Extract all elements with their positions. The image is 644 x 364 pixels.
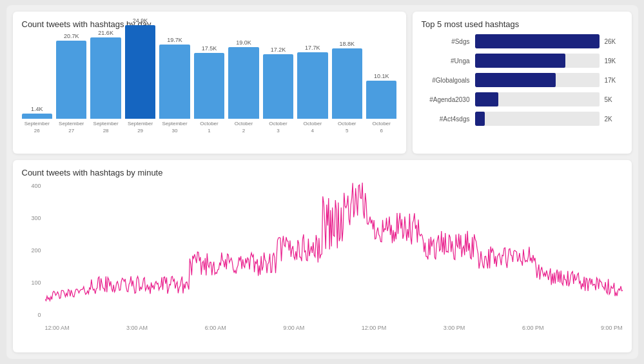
hashtag-bar-track (475, 54, 600, 68)
x-axis-label: 9:00 PM (601, 325, 623, 331)
bar (332, 48, 362, 119)
bar-chart: 1.4KSeptember 2620.7KSeptember 2721.6KSe… (22, 34, 397, 134)
bar-value-label: 18.8K (340, 41, 355, 47)
bar-col: 19.7KSeptember 30 (159, 37, 190, 134)
hashtag-label: #Act4sdgs (422, 116, 470, 123)
hashtag-bar-row: #Agenda20305K (422, 92, 623, 106)
x-axis-label: 3:00 PM (444, 325, 465, 331)
hashtag-bar-track (475, 34, 600, 48)
bar-col: 1.4KSeptember 26 (22, 106, 52, 134)
hashtag-bar-list: #Sdgs26K#Unga19K#Globalgoals17K#Agenda20… (422, 34, 623, 126)
hashtag-bar-fill (475, 112, 485, 126)
bar-date-label: October 1 (200, 121, 218, 134)
hashtag-bar-track (475, 112, 600, 126)
y-axis-label: 100 (22, 279, 41, 286)
hashtag-chart-title: Top 5 most used hashtags (422, 19, 623, 29)
bar-value-label: 17.7K (305, 45, 320, 51)
bar-value-label: 19.0K (236, 39, 251, 46)
bar-date-label: September 26 (24, 121, 50, 134)
bar-value-label: 19.7K (167, 37, 182, 43)
y-axis-label: 300 (22, 215, 41, 221)
x-axis-label: 12:00 PM (362, 325, 387, 331)
bar-value-label: 17.5K (202, 45, 217, 52)
y-axis-label: 400 (22, 183, 41, 189)
x-axis-label: 6:00 AM (205, 325, 226, 331)
hashtag-value-label: 2K (605, 116, 623, 123)
bar-date-label: October 6 (373, 121, 391, 134)
dashboard: Count tweets with hashtags by day 1.4KSe… (6, 5, 638, 359)
bar-date-label: October 2 (235, 121, 253, 134)
bar (90, 37, 121, 119)
hashtag-bar-row: #Unga19K (422, 54, 623, 68)
hashtag-value-label: 17K (605, 77, 623, 84)
bar-value-label: 21.6K (98, 30, 113, 36)
bar-date-label: October 3 (269, 121, 287, 134)
hashtag-value-label: 19K (605, 57, 623, 65)
x-axis-labels: 12:00 AM3:00 AM6:00 AM9:00 AM12:00 PM3:0… (45, 325, 623, 331)
hashtag-label: #Globalgoals (422, 77, 470, 84)
bar-col: 17.7KOctober 4 (297, 45, 327, 134)
bar-col: 21.6KSeptember 28 (90, 30, 121, 134)
bar-value-label: 17.2K (271, 46, 286, 53)
bar-col: 10.1KOctober 6 (366, 73, 396, 134)
y-axis-labels: 4003002001000 (22, 183, 41, 318)
bar (125, 25, 155, 119)
line-chart-path (45, 183, 623, 301)
hashtag-bar-row: #Act4sdgs2K (422, 112, 623, 126)
bar-col: 24.9KSeptember 29 (125, 17, 155, 134)
top-row: Count tweets with hashtags by day 1.4KSe… (13, 12, 632, 154)
x-axis-label: 3:00 AM (126, 325, 148, 331)
bar-chart-card: Count tweets with hashtags by day 1.4KSe… (13, 12, 406, 154)
y-axis-label: 200 (22, 247, 41, 254)
bar-date-label: September 27 (59, 121, 84, 134)
bar-date-label: October 4 (304, 121, 322, 134)
bar (366, 81, 396, 119)
bar (159, 45, 190, 119)
hashtag-card: Top 5 most used hashtags #Sdgs26K#Unga19… (413, 12, 632, 154)
y-axis-label: 0 (22, 312, 41, 318)
bar-date-label: September 30 (162, 121, 187, 134)
hashtag-bar-fill (475, 54, 566, 68)
hashtag-bar-track (475, 92, 600, 106)
bar (297, 52, 327, 119)
bar-value-label: 1.4K (31, 106, 43, 112)
hashtag-bar-fill (475, 92, 499, 106)
bar-value-label: 10.1K (374, 73, 389, 79)
hashtag-bar-row: #Sdgs26K (422, 34, 623, 48)
bar-date-label: September 29 (128, 121, 153, 134)
x-axis-label: 12:00 AM (45, 325, 70, 331)
bar (228, 47, 259, 119)
hashtag-label: #Agenda2030 (422, 96, 470, 103)
bar (56, 41, 86, 119)
bar-date-label: October 5 (338, 121, 356, 134)
bar-col: 19.0KOctober 2 (228, 39, 259, 134)
bar (194, 53, 224, 119)
hashtag-bar-row: #Globalgoals17K (422, 73, 623, 87)
hashtag-bar-fill (475, 34, 600, 48)
bar-date-label: September 28 (93, 121, 119, 134)
bar-col: 18.8KOctober 5 (332, 41, 362, 134)
bar (263, 54, 293, 119)
hashtag-value-label: 5K (605, 96, 623, 103)
x-axis-label: 6:00 PM (522, 325, 544, 331)
hashtag-bar-track (475, 73, 600, 87)
bar-chart-title: Count tweets with hashtags by day (22, 19, 397, 29)
hashtag-bar-fill (475, 73, 556, 87)
x-axis-label: 9:00 AM (283, 325, 304, 331)
bar-col: 20.7KSeptember 27 (56, 33, 86, 134)
line-chart-container: 4003002001000 12:00 AM3:00 AM6:00 AM9:00… (22, 183, 623, 331)
hashtag-label: #Sdgs (422, 38, 470, 45)
chart-area (45, 183, 623, 318)
line-chart-card: Count tweets with hashtags by minute 400… (13, 160, 632, 352)
bar-value-label: 24.9K (133, 17, 148, 24)
bar-col: 17.2KOctober 3 (263, 46, 293, 134)
hashtag-value-label: 26K (605, 38, 623, 45)
line-chart-title: Count tweets with hashtags by minute (22, 168, 623, 177)
bar-value-label: 20.7K (64, 33, 79, 39)
hashtag-label: #Unga (422, 57, 470, 65)
bar-col: 17.5KOctober 1 (194, 45, 224, 134)
bar (22, 114, 52, 119)
